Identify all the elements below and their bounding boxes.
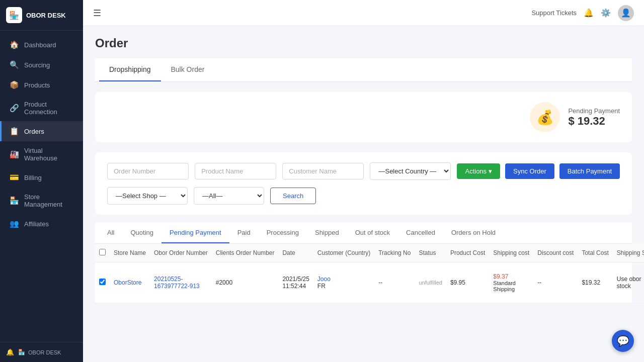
filter-actions: Actions ▾ Sync Order Batch Payment — [457, 163, 620, 179]
sidebar-item-orders[interactable]: 📋 Orders — [0, 121, 83, 141]
sidebar-bottom: 🔔 🏪 OBOR DESK — [0, 342, 83, 362]
support-tickets-link[interactable]: Support Tickets — [531, 9, 577, 17]
header-date: Date — [278, 244, 313, 262]
bottom-logo-icon: 🏪 — [18, 349, 25, 355]
table-section: Store Name Obor Order Number Clients Ord… — [95, 244, 632, 303]
sync-order-button[interactable]: Sync Order — [505, 163, 554, 179]
sidebar-nav: 🏠 Dashboard 🔍 Sourcing 📦 Products 🔗 Prod… — [0, 31, 83, 342]
sidebar-item-label: Products — [24, 81, 50, 89]
store-name-link[interactable]: OborStore — [114, 279, 141, 286]
sidebar-logo[interactable]: 🏪 OBOR DESK — [0, 0, 83, 31]
header-discount-cost: Discount cost — [533, 244, 578, 262]
sidebar-item-label: Affiliates — [24, 220, 49, 228]
gear-icon[interactable]: ⚙️ — [601, 8, 611, 18]
virtual-warehouse-icon: 🏭 — [10, 150, 19, 159]
order-tab-paid[interactable]: Paid — [229, 223, 259, 243]
pending-payment-label: Pending Payment — [568, 107, 620, 115]
sidebar: 🏪 OBOR DESK 🏠 Dashboard 🔍 Sourcing 📦 Pro… — [0, 0, 83, 362]
order-tabs: All Quoting Pending Payment Paid Process… — [95, 223, 632, 244]
header-checkbox-col — [95, 244, 110, 262]
sidebar-item-store-management[interactable]: 🏪 Store Management — [0, 188, 83, 214]
main-area: ☰ Support Tickets 🔔 ⚙️ 👤 Order Dropshipp… — [83, 0, 644, 362]
row-customer: Jooo FR — [313, 262, 374, 303]
order-tab-pending-payment[interactable]: Pending Payment — [162, 223, 229, 243]
order-tab-all[interactable]: All — [99, 223, 122, 243]
sidebar-item-label: Virtual Warehouse — [24, 147, 75, 162]
logo-icon: 🏪 — [6, 7, 22, 23]
header-clients-order-number: Clients Order Number — [212, 244, 279, 262]
row-date: 2021/5/25 11:52:44 — [278, 262, 313, 303]
row-tracking-no: -- — [374, 262, 415, 303]
sidebar-item-dashboard[interactable]: 🏠 Dashboard — [0, 35, 83, 55]
header-total-cost: Total Cost — [578, 244, 612, 262]
row-checkbox[interactable] — [99, 279, 106, 285]
table-row: OborStore 20210525-1673977722-913 #2000 … — [95, 262, 644, 303]
order-tab-processing[interactable]: Processing — [259, 223, 307, 243]
sidebar-item-billing[interactable]: 💳 Billing — [0, 167, 83, 188]
row-clients-order-number: #2000 — [212, 262, 279, 303]
bottom-logo-text: OBOR DESK — [28, 349, 61, 355]
order-tab-orders-on-hold[interactable]: Orders on Hold — [443, 223, 504, 243]
dashboard-icon: 🏠 — [10, 40, 19, 49]
batch-payment-button[interactable]: Batch Payment — [559, 163, 620, 179]
product-connection-icon: 🔗 — [10, 104, 19, 113]
orders-icon: 📋 — [10, 127, 19, 136]
table-header-row: Store Name Obor Order Number Clients Ord… — [95, 244, 644, 262]
country-select[interactable]: —Select Country — — [370, 162, 451, 180]
tab-dropshipping[interactable]: Dropshipping — [99, 58, 161, 81]
order-tab-cancelled[interactable]: Cancelled — [398, 223, 443, 243]
customer-name-input[interactable] — [282, 163, 364, 179]
header-tracking-no: Tracking No — [374, 244, 415, 262]
products-icon: 📦 — [10, 80, 19, 89]
sidebar-item-label: Billing — [24, 174, 42, 182]
sidebar-item-product-connection[interactable]: 🔗 Product Connection — [0, 95, 83, 121]
header-product-cost: Product Cost — [446, 244, 489, 262]
customer-country: FR — [317, 283, 370, 290]
shipping-cost-amount: $9.37 — [493, 273, 529, 280]
order-tab-quoting[interactable]: Quoting — [122, 223, 162, 243]
logo-text: OBOR DESK — [26, 12, 66, 19]
sidebar-item-virtual-warehouse[interactable]: 🏭 Virtual Warehouse — [0, 141, 83, 167]
filter-section: —Select Country — Actions ▾ Sync Order B… — [95, 152, 632, 215]
orders-table: Store Name Obor Order Number Clients Ord… — [95, 244, 644, 303]
all-select[interactable]: —All— — [194, 187, 264, 205]
row-total-cost: $19.32 — [578, 262, 612, 303]
billing-icon: 💳 — [10, 173, 19, 182]
customer-name[interactable]: Jooo — [317, 276, 370, 283]
content: Order Dropshipping Bulk Order 💰 Pending … — [83, 26, 644, 362]
sidebar-item-label: Sourcing — [24, 61, 50, 69]
sidebar-bottom-logo: 🏪 OBOR DESK — [18, 349, 61, 355]
sidebar-item-affiliates[interactable]: 👥 Affiliates — [0, 214, 83, 234]
row-obor-order-number: 20210525-1673977722-913 — [150, 262, 212, 303]
sidebar-item-sourcing[interactable]: 🔍 Sourcing — [0, 55, 83, 75]
order-tab-out-of-stock[interactable]: Out of stock — [347, 223, 398, 243]
sidebar-item-label: Orders — [24, 128, 44, 135]
hamburger-icon[interactable]: ☰ — [93, 8, 101, 19]
sidebar-item-products[interactable]: 📦 Products — [0, 75, 83, 95]
actions-button[interactable]: Actions ▾ — [457, 163, 500, 179]
shop-select[interactable]: —Select Shop — — [107, 187, 188, 205]
product-name-input[interactable] — [195, 163, 276, 179]
sidebar-item-label: Product Connection — [24, 101, 75, 116]
order-tab-shipped[interactable]: Shipped — [307, 223, 347, 243]
tab-bulk-order[interactable]: Bulk Order — [161, 58, 215, 81]
order-tabs-section: All Quoting Pending Payment Paid Process… — [95, 223, 632, 303]
header-shipping-cost: Shipping cost — [489, 244, 533, 262]
select-all-checkbox[interactable] — [99, 249, 106, 255]
obor-order-number-link[interactable]: 20210525-1673977722-913 — [154, 276, 200, 290]
row-status: unfulfilled — [415, 262, 446, 303]
pending-payment-card: 💰 Pending Payment $ 19.32 — [95, 92, 632, 142]
affiliates-icon: 👥 — [10, 219, 19, 228]
avatar[interactable]: 👤 — [618, 5, 634, 21]
header-actions: Support Tickets 🔔 ⚙️ 👤 — [531, 5, 634, 21]
search-button[interactable]: Search — [270, 188, 316, 204]
row-shipping-cost: $9.37 Standard Shipping — [489, 262, 533, 303]
header-obor-order-number: Obor Order Number — [150, 244, 212, 262]
bell-icon[interactable]: 🔔 — [584, 8, 594, 18]
order-number-input[interactable] — [107, 163, 189, 179]
status-badge: unfulfilled — [419, 280, 442, 286]
chat-button[interactable]: 💬 — [612, 330, 634, 352]
sidebar-item-label: Store Management — [24, 193, 75, 208]
row-discount-cost: -- — [533, 262, 578, 303]
header-store-name: Store Name — [110, 244, 150, 262]
